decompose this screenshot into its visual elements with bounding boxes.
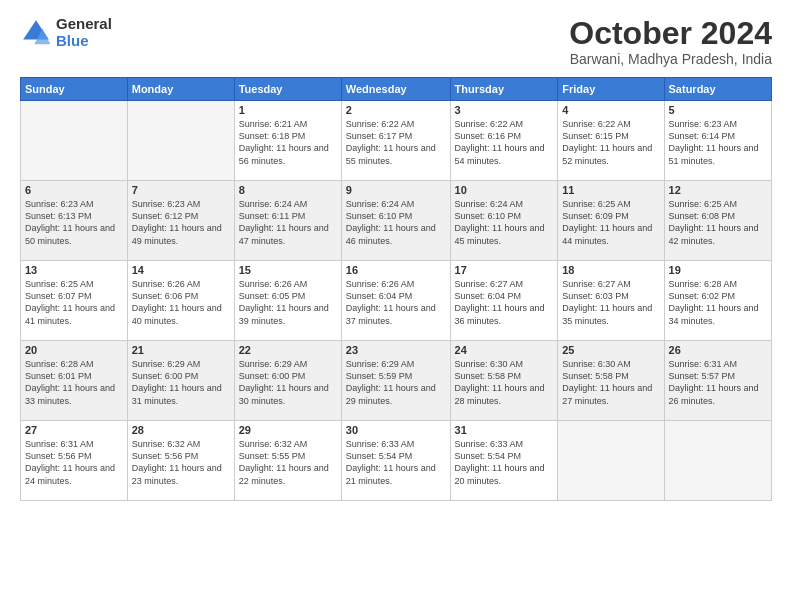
- table-cell: 4Sunrise: 6:22 AM Sunset: 6:15 PM Daylig…: [558, 101, 664, 181]
- day-number: 7: [132, 184, 230, 196]
- calendar-row: 6Sunrise: 6:23 AM Sunset: 6:13 PM Daylig…: [21, 181, 772, 261]
- main-title: October 2024: [569, 16, 772, 51]
- table-cell: 2Sunrise: 6:22 AM Sunset: 6:17 PM Daylig…: [341, 101, 450, 181]
- day-info: Sunrise: 6:27 AM Sunset: 6:03 PM Dayligh…: [562, 278, 659, 327]
- table-cell: 24Sunrise: 6:30 AM Sunset: 5:58 PM Dayli…: [450, 341, 558, 421]
- day-info: Sunrise: 6:29 AM Sunset: 6:00 PM Dayligh…: [132, 358, 230, 407]
- calendar-body: 1Sunrise: 6:21 AM Sunset: 6:18 PM Daylig…: [21, 101, 772, 501]
- table-cell: [664, 421, 771, 501]
- table-cell: 29Sunrise: 6:32 AM Sunset: 5:55 PM Dayli…: [234, 421, 341, 501]
- table-cell: 15Sunrise: 6:26 AM Sunset: 6:05 PM Dayli…: [234, 261, 341, 341]
- day-number: 17: [455, 264, 554, 276]
- day-number: 28: [132, 424, 230, 436]
- table-cell: 20Sunrise: 6:28 AM Sunset: 6:01 PM Dayli…: [21, 341, 128, 421]
- day-info: Sunrise: 6:23 AM Sunset: 6:14 PM Dayligh…: [669, 118, 767, 167]
- calendar-header: Sunday Monday Tuesday Wednesday Thursday…: [21, 78, 772, 101]
- day-info: Sunrise: 6:31 AM Sunset: 5:56 PM Dayligh…: [25, 438, 123, 487]
- table-cell: 3Sunrise: 6:22 AM Sunset: 6:16 PM Daylig…: [450, 101, 558, 181]
- logo: General Blue: [20, 16, 112, 49]
- table-cell: 30Sunrise: 6:33 AM Sunset: 5:54 PM Dayli…: [341, 421, 450, 501]
- table-cell: [127, 101, 234, 181]
- day-info: Sunrise: 6:32 AM Sunset: 5:56 PM Dayligh…: [132, 438, 230, 487]
- table-cell: [21, 101, 128, 181]
- day-number: 25: [562, 344, 659, 356]
- day-number: 12: [669, 184, 767, 196]
- day-number: 2: [346, 104, 446, 116]
- table-cell: 17Sunrise: 6:27 AM Sunset: 6:04 PM Dayli…: [450, 261, 558, 341]
- page: General Blue October 2024 Barwani, Madhy…: [0, 0, 792, 612]
- day-number: 24: [455, 344, 554, 356]
- table-cell: 26Sunrise: 6:31 AM Sunset: 5:57 PM Dayli…: [664, 341, 771, 421]
- day-info: Sunrise: 6:30 AM Sunset: 5:58 PM Dayligh…: [562, 358, 659, 407]
- header-monday: Monday: [127, 78, 234, 101]
- day-info: Sunrise: 6:25 AM Sunset: 6:08 PM Dayligh…: [669, 198, 767, 247]
- day-number: 30: [346, 424, 446, 436]
- table-cell: 7Sunrise: 6:23 AM Sunset: 6:12 PM Daylig…: [127, 181, 234, 261]
- table-cell: 8Sunrise: 6:24 AM Sunset: 6:11 PM Daylig…: [234, 181, 341, 261]
- day-info: Sunrise: 6:29 AM Sunset: 5:59 PM Dayligh…: [346, 358, 446, 407]
- day-number: 19: [669, 264, 767, 276]
- day-number: 5: [669, 104, 767, 116]
- table-cell: 11Sunrise: 6:25 AM Sunset: 6:09 PM Dayli…: [558, 181, 664, 261]
- day-info: Sunrise: 6:33 AM Sunset: 5:54 PM Dayligh…: [346, 438, 446, 487]
- day-number: 31: [455, 424, 554, 436]
- calendar-row: 27Sunrise: 6:31 AM Sunset: 5:56 PM Dayli…: [21, 421, 772, 501]
- day-number: 6: [25, 184, 123, 196]
- day-number: 23: [346, 344, 446, 356]
- day-info: Sunrise: 6:27 AM Sunset: 6:04 PM Dayligh…: [455, 278, 554, 327]
- day-info: Sunrise: 6:31 AM Sunset: 5:57 PM Dayligh…: [669, 358, 767, 407]
- header-thursday: Thursday: [450, 78, 558, 101]
- table-cell: 14Sunrise: 6:26 AM Sunset: 6:06 PM Dayli…: [127, 261, 234, 341]
- day-number: 9: [346, 184, 446, 196]
- day-info: Sunrise: 6:33 AM Sunset: 5:54 PM Dayligh…: [455, 438, 554, 487]
- table-cell: 27Sunrise: 6:31 AM Sunset: 5:56 PM Dayli…: [21, 421, 128, 501]
- day-number: 22: [239, 344, 337, 356]
- day-info: Sunrise: 6:26 AM Sunset: 6:06 PM Dayligh…: [132, 278, 230, 327]
- table-cell: 12Sunrise: 6:25 AM Sunset: 6:08 PM Dayli…: [664, 181, 771, 261]
- calendar-table: Sunday Monday Tuesday Wednesday Thursday…: [20, 77, 772, 501]
- table-cell: 28Sunrise: 6:32 AM Sunset: 5:56 PM Dayli…: [127, 421, 234, 501]
- day-info: Sunrise: 6:26 AM Sunset: 6:05 PM Dayligh…: [239, 278, 337, 327]
- day-number: 3: [455, 104, 554, 116]
- day-info: Sunrise: 6:26 AM Sunset: 6:04 PM Dayligh…: [346, 278, 446, 327]
- day-info: Sunrise: 6:30 AM Sunset: 5:58 PM Dayligh…: [455, 358, 554, 407]
- day-number: 18: [562, 264, 659, 276]
- day-number: 16: [346, 264, 446, 276]
- day-number: 11: [562, 184, 659, 196]
- table-cell: 5Sunrise: 6:23 AM Sunset: 6:14 PM Daylig…: [664, 101, 771, 181]
- day-info: Sunrise: 6:24 AM Sunset: 6:11 PM Dayligh…: [239, 198, 337, 247]
- table-cell: 10Sunrise: 6:24 AM Sunset: 6:10 PM Dayli…: [450, 181, 558, 261]
- header: General Blue October 2024 Barwani, Madhy…: [20, 16, 772, 67]
- header-row: Sunday Monday Tuesday Wednesday Thursday…: [21, 78, 772, 101]
- day-info: Sunrise: 6:28 AM Sunset: 6:02 PM Dayligh…: [669, 278, 767, 327]
- day-info: Sunrise: 6:29 AM Sunset: 6:00 PM Dayligh…: [239, 358, 337, 407]
- day-number: 15: [239, 264, 337, 276]
- day-number: 29: [239, 424, 337, 436]
- day-number: 8: [239, 184, 337, 196]
- calendar-row: 13Sunrise: 6:25 AM Sunset: 6:07 PM Dayli…: [21, 261, 772, 341]
- day-number: 10: [455, 184, 554, 196]
- day-number: 13: [25, 264, 123, 276]
- header-sunday: Sunday: [21, 78, 128, 101]
- table-cell: 9Sunrise: 6:24 AM Sunset: 6:10 PM Daylig…: [341, 181, 450, 261]
- logo-general-text: General: [56, 16, 112, 33]
- table-cell: 22Sunrise: 6:29 AM Sunset: 6:00 PM Dayli…: [234, 341, 341, 421]
- day-info: Sunrise: 6:24 AM Sunset: 6:10 PM Dayligh…: [455, 198, 554, 247]
- header-saturday: Saturday: [664, 78, 771, 101]
- day-info: Sunrise: 6:22 AM Sunset: 6:16 PM Dayligh…: [455, 118, 554, 167]
- header-friday: Friday: [558, 78, 664, 101]
- table-cell: 31Sunrise: 6:33 AM Sunset: 5:54 PM Dayli…: [450, 421, 558, 501]
- logo-icon: [20, 17, 52, 49]
- table-cell: 21Sunrise: 6:29 AM Sunset: 6:00 PM Dayli…: [127, 341, 234, 421]
- title-section: October 2024 Barwani, Madhya Pradesh, In…: [569, 16, 772, 67]
- day-info: Sunrise: 6:25 AM Sunset: 6:07 PM Dayligh…: [25, 278, 123, 327]
- day-info: Sunrise: 6:23 AM Sunset: 6:13 PM Dayligh…: [25, 198, 123, 247]
- day-info: Sunrise: 6:22 AM Sunset: 6:17 PM Dayligh…: [346, 118, 446, 167]
- day-info: Sunrise: 6:21 AM Sunset: 6:18 PM Dayligh…: [239, 118, 337, 167]
- table-cell: [558, 421, 664, 501]
- day-number: 14: [132, 264, 230, 276]
- calendar-row: 1Sunrise: 6:21 AM Sunset: 6:18 PM Daylig…: [21, 101, 772, 181]
- calendar-row: 20Sunrise: 6:28 AM Sunset: 6:01 PM Dayli…: [21, 341, 772, 421]
- day-info: Sunrise: 6:28 AM Sunset: 6:01 PM Dayligh…: [25, 358, 123, 407]
- table-cell: 13Sunrise: 6:25 AM Sunset: 6:07 PM Dayli…: [21, 261, 128, 341]
